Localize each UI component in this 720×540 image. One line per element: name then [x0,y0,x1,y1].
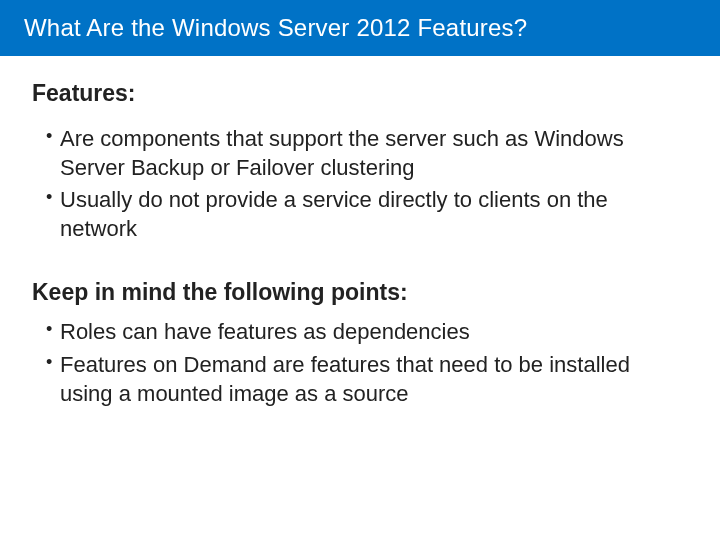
list-item: Usually do not provide a service directl… [60,186,688,243]
points-list: Roles can have features as dependencies … [32,318,688,408]
section-heading-points: Keep in mind the following points: [32,279,688,306]
list-item: Are components that support the server s… [60,125,688,182]
features-list: Are components that support the server s… [32,125,688,243]
slide-title: What Are the Windows Server 2012 Feature… [0,0,720,56]
list-item: Roles can have features as dependencies [60,318,688,347]
slide-body: Features: Are components that support th… [0,56,720,432]
section-heading-features: Features: [32,80,688,107]
list-item: Features on Demand are features that nee… [60,351,688,408]
